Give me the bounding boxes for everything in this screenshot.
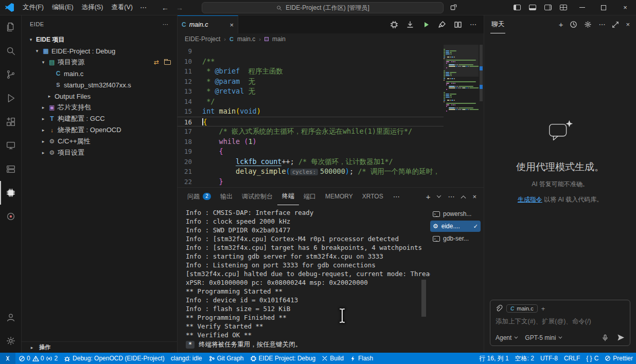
line-number[interactable]: 11 — [178, 66, 202, 77]
new-chat-icon[interactable]: + — [559, 21, 563, 28]
attach-paperclip-icon[interactable] — [496, 305, 503, 312]
agent-mode-dropdown[interactable]: Agent — [496, 334, 517, 341]
code-line[interactable]: 18 while (1) — [178, 137, 444, 147]
line-number[interactable]: 14 — [178, 97, 202, 107]
line-number[interactable]: 16 — [178, 117, 202, 126]
customize-layout-icon[interactable] — [556, 0, 571, 15]
code-line[interactable]: 19 { — [178, 147, 444, 157]
scrollbar-thumb[interactable] — [480, 45, 483, 101]
model-dropdown[interactable]: GPT-5 mini — [525, 334, 561, 341]
settings-gear-icon[interactable] — [0, 329, 21, 353]
tree-item[interactable]: ▾EIDE 项目 — [22, 34, 177, 45]
download-icon[interactable] — [406, 21, 414, 29]
tree-item[interactable]: ▸Output Files — [22, 90, 177, 102]
toggle-panel-icon[interactable] — [525, 0, 540, 15]
build-button[interactable]: Build — [319, 353, 347, 364]
breadcrumb-file[interactable]: main.c — [237, 35, 255, 43]
line-number[interactable]: 13 — [178, 86, 202, 97]
activity-device-stack-icon[interactable] — [0, 157, 21, 181]
split-editor-icon[interactable] — [454, 21, 462, 29]
code-line[interactable]: 20 lckfb_count++; /* 每次循环，让计数器加1*/ — [178, 157, 444, 167]
breadcrumb-symbol[interactable]: main — [272, 35, 286, 43]
tree-item[interactable]: ▾▤项目资源⇄ — [22, 57, 177, 68]
sidebar-actions-section[interactable]: ▸ 操作 — [22, 341, 177, 353]
generate-instructions-link[interactable]: 生成指令 — [518, 196, 542, 203]
tree-item[interactable]: ▸⚙C/C++属性 — [22, 136, 177, 147]
remote-indicator[interactable] — [0, 353, 15, 364]
terminal-list-item[interactable]: ⚙eide....✓ — [430, 221, 481, 232]
new-folder-icon[interactable] — [164, 60, 171, 65]
line-number[interactable]: 20 — [178, 157, 202, 167]
tab-chat[interactable]: 聊天 — [490, 15, 505, 33]
code-line[interactable]: 14 */ — [178, 97, 444, 107]
activity-explorer-icon[interactable] — [0, 15, 21, 39]
code-line[interactable]: 21 delay_simple(cycles:500000); /* 调用一个简… — [178, 167, 444, 177]
back-button[interactable]: ← — [162, 4, 169, 12]
flash-button[interactable]: Flash — [347, 353, 376, 364]
menu-item[interactable]: 编辑(E) — [48, 2, 78, 13]
code-line[interactable]: 22 } — [178, 177, 444, 187]
line-number[interactable]: 9 — [178, 46, 202, 57]
code-line[interactable]: 16{ — [178, 117, 444, 127]
window-action-icon[interactable] — [450, 4, 457, 11]
tree-item[interactable]: ▸T构建配置 : GCC — [22, 113, 177, 124]
clean-brush-icon[interactable] — [438, 21, 446, 29]
prettier-status[interactable]: Prettier — [602, 353, 636, 364]
close-chat-icon[interactable]: × — [626, 21, 630, 28]
menu-item[interactable]: 查看(V) — [107, 2, 137, 13]
code-line[interactable]: 13 * @retval 无 — [178, 86, 444, 97]
code-line[interactable]: 15int main(void) — [178, 106, 444, 117]
maximize-button[interactable] — [593, 0, 614, 15]
eide-project-status[interactable]: EIDE Project: Debug — [247, 353, 319, 364]
code-line[interactable]: 10/** — [178, 57, 444, 67]
activity-source-control-icon[interactable] — [0, 63, 21, 86]
panel-tab[interactable]: 调试控制台 — [237, 188, 277, 205]
debug-status[interactable]: Debug: OpenOCD (EIDE-Project) — [61, 353, 168, 364]
chat-input-placeholder[interactable]: 添加上下文(#)、扩展(@)、命令(/) — [496, 317, 625, 326]
tree-item[interactable]: Cmain.c — [22, 68, 177, 79]
activity-eide-icon[interactable] — [0, 181, 21, 205]
new-terminal-icon[interactable]: + — [426, 193, 431, 201]
panel-more-actions-icon[interactable]: ⋯ — [448, 193, 454, 201]
chat-settings-gear-icon[interactable] — [584, 21, 592, 28]
terminal-dropdown-icon[interactable] — [437, 193, 441, 197]
close-panel-icon[interactable]: × — [472, 193, 476, 201]
add-context-icon[interactable]: + — [541, 305, 545, 313]
chat-history-icon[interactable] — [570, 21, 577, 28]
tree-item[interactable]: ▸⚙项目设置 — [22, 147, 177, 158]
tree-item[interactable]: ▸↓烧录配置 : OpenOCD — [22, 124, 177, 136]
tab-main-c[interactable]: C main.c × — [178, 15, 238, 33]
editor-scrollbar[interactable] — [479, 45, 484, 187]
chat-more-icon[interactable]: ⋯ — [598, 21, 605, 28]
line-number[interactable]: 15 — [178, 106, 202, 117]
language-mode[interactable]: { }C — [583, 353, 602, 364]
menu-overflow-icon[interactable]: ⋯ — [137, 2, 150, 13]
code-line[interactable]: 17 /* 嵌入式系统的主循环，程序会永远在while(1)里面运行*/ — [178, 126, 444, 137]
activity-serial-plugin-icon[interactable] — [0, 205, 21, 228]
panel-tab[interactable]: 问题2 — [183, 188, 216, 205]
terminal-list-item[interactable]: >_powersh... — [430, 208, 481, 220]
sync-resources-icon[interactable]: ⇄ — [154, 59, 159, 66]
eol-sequence[interactable]: CRLF — [561, 353, 583, 364]
forward-button[interactable]: → — [176, 4, 183, 12]
breadcrumb[interactable]: EIDE-Project › C main.c › main — [178, 33, 484, 45]
problems-status[interactable]: 0 0 2 — [15, 353, 61, 364]
line-number[interactable]: 17 — [178, 126, 202, 137]
line-number[interactable]: 21 — [178, 167, 202, 177]
context-file-chip[interactable]: C main.c — [506, 304, 538, 313]
git-graph-button[interactable]: Git Graph — [205, 353, 247, 364]
panel-tab[interactable]: 端口 — [299, 188, 321, 205]
clangd-status[interactable]: clangd: idle — [168, 353, 205, 364]
line-number[interactable]: 19 — [178, 147, 202, 157]
account-icon[interactable] — [0, 305, 21, 329]
cursor-position[interactable]: 行 16, 列 1 — [476, 353, 511, 364]
menu-item[interactable]: 选择(S) — [78, 2, 108, 13]
minimize-button[interactable] — [571, 0, 593, 15]
line-number[interactable]: 10 — [178, 57, 202, 67]
tree-item[interactable]: ▸▣芯片支持包 — [22, 102, 177, 113]
voice-mic-icon[interactable] — [602, 334, 609, 341]
panel-tabs-overflow-icon[interactable]: ⋯ — [389, 188, 404, 205]
tree-item[interactable]: ▾▦EIDE-Project : Debug — [22, 45, 177, 57]
run-button-icon[interactable] — [422, 21, 430, 29]
editor-more-actions-icon[interactable]: ⋯ — [470, 21, 476, 28]
